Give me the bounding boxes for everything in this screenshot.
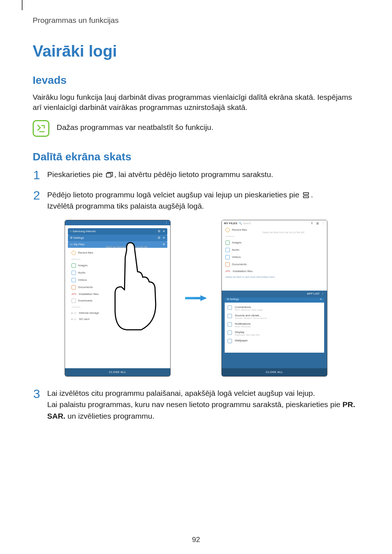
close-icon: ✕: [163, 230, 165, 233]
more-icon: ⋮: [165, 221, 168, 225]
note-text: Dažas programmas var neatbalstīt šo funk…: [57, 120, 213, 132]
list-item: Sounds and vibrati...Sounds, Vibration, …: [225, 312, 324, 321]
file-panel: Recent files ───── Images Audio Videos D…: [68, 248, 167, 331]
app-list-label: APP LIST: [307, 292, 320, 295]
list-item: Documents: [68, 284, 167, 291]
list-item: ▸ ▭Internal storage: [68, 310, 167, 316]
step-body: Pieskarieties pie , lai atvērtu pēdējo l…: [47, 169, 273, 180]
step-2: 2 Pēdējo lietoto programmu logā velciet …: [33, 189, 359, 212]
step-number: 3: [33, 387, 41, 400]
list-item: ▸ ▭SD card: [68, 316, 167, 322]
step-number: 2: [33, 189, 41, 201]
step-text: Lai palaistu programmas, kuru nav nesen …: [47, 400, 343, 409]
svg-rect-1: [303, 193, 309, 194]
document-page: Programmas un funkcijas Vairāki logi Iev…: [0, 0, 392, 554]
list-item: NotificationsAllow, Advanced: [225, 321, 324, 329]
list-item: DisplayBrightness, Blue light filter: [225, 329, 324, 337]
step-text: Izvēlētā programma tiks palaista augšējā…: [47, 202, 204, 210]
card-label: Settings: [73, 236, 84, 239]
hint-text: Select an item to see more information h…: [222, 274, 327, 280]
step-text: un izvēlieties programmu.: [65, 412, 154, 420]
close-icon: ✕: [163, 236, 165, 239]
list-item: Videos: [68, 276, 167, 284]
split-bottom-pane: APP LIST ⋮ ⚙ Settings ✕ ConnectionsWi-Fi…: [222, 291, 327, 376]
recent-card: ⚙ Settings ⊟✕: [68, 235, 167, 241]
card-label: My Files: [74, 243, 85, 246]
step-text: Pēdējo lietoto programmu logā velciet au…: [47, 190, 299, 199]
section-heading-intro: Ievads: [33, 74, 359, 86]
page-tab-mark: [22, 0, 23, 10]
recent-card: ○ Samsung Internet ⊟✕: [68, 228, 167, 235]
close-icon: ✕: [320, 298, 322, 301]
empty-placeholder: Select an item from the list on the left: [262, 231, 324, 234]
list-item: APKInstallation files: [222, 268, 327, 274]
svg-rect-2: [303, 196, 309, 198]
list-item: ConnectionsWi-Fi, Bluetooth, Data usage: [225, 304, 324, 312]
page-number: 92: [0, 535, 392, 544]
list-item: Videos: [222, 254, 327, 261]
page-title: Vairāki logi: [33, 42, 359, 60]
step-1: 1 Pieskarieties pie , lai atvērtu pēdējo…: [33, 169, 359, 181]
card-stack: ○ Samsung Internet ⊟✕ ⚙ Settings ⊟✕ ▭ My…: [65, 225, 170, 331]
more-icon: ⋮: [321, 292, 324, 295]
close-all-button: CLOSE ALL: [222, 368, 327, 376]
section-heading-split: Dalītā ekrāna skats: [33, 151, 359, 163]
steps-list-continued: 3 Lai izvēlētos citu programmu palaišana…: [33, 387, 359, 422]
search-placeholder: 🔍 Search: [239, 222, 251, 225]
share-icon: ⬆: [311, 222, 313, 225]
tablet-mock-left: ⋮ ○ Samsung Internet ⊟✕ ⚙ Settings ⊟✕ ▭ …: [65, 220, 171, 377]
intro-body: Vairāku logu funkcija ļauj darbināt diva…: [33, 92, 359, 113]
step-text: , lai atvērtu pēdējo lietoto programmu s…: [114, 170, 273, 178]
step-3: 3 Lai izvēlētos citu programmu palaišana…: [33, 387, 359, 422]
list-item: APKInstallation files: [68, 291, 167, 297]
figure: ⋮ ○ Samsung Internet ⊟✕ ⚙ Settings ⊟✕ ▭ …: [33, 220, 359, 377]
svg-rect-0: [106, 173, 111, 177]
card-label: Samsung Internet: [73, 230, 95, 233]
breadcrumb: Programmas un funkcijas: [33, 16, 359, 25]
grid-icon: ▦: [316, 222, 319, 225]
tablet-mock-right: MY FILES 🔍 Search ⬆▦⋮ Recent files ─────…: [221, 220, 327, 377]
empty-placeholder: Select an item from the list on the left: [106, 246, 167, 248]
step-body: Pēdējo lietoto programmu logā velciet au…: [47, 189, 313, 212]
recent-card: ⚙ Settings ✕: [225, 297, 324, 303]
pane-title: MY FILES: [224, 222, 237, 225]
list-item: Downloads: [68, 297, 167, 304]
status-bar: ⋮: [65, 220, 170, 225]
step-number: 1: [33, 169, 41, 181]
split-screen-icon: ⊟: [158, 236, 160, 239]
step-body: Lai izvēlētos citu programmu palaišanai,…: [47, 387, 359, 422]
list-divider: ─────: [68, 257, 167, 262]
split-top-pane: MY FILES 🔍 Search ⬆▦⋮ Recent files ─────…: [222, 220, 327, 286]
list-item: Audio: [222, 246, 327, 254]
steps-list: 1 Pieskarieties pie , lai atvērtu pēdējo…: [33, 169, 359, 212]
split-screen-icon: [302, 192, 310, 198]
list-item: Images: [68, 262, 167, 269]
list-item: Audio: [68, 269, 167, 276]
note-icon: [33, 120, 49, 137]
step-text: Lai izvēlētos citu programmu palaišanai,…: [47, 389, 315, 397]
list-divider: ─────: [68, 304, 167, 310]
note-row: Dažas programmas var neatbalstīt šo funk…: [33, 120, 359, 137]
list-item: Documents: [222, 261, 327, 268]
step-text: .: [311, 190, 313, 199]
list-item: Recent files: [68, 249, 167, 257]
list-item: Images: [222, 239, 327, 246]
step-text: Pieskarieties pie: [47, 170, 103, 178]
recent-apps-icon: [106, 172, 114, 178]
close-all-button: CLOSE ALL: [65, 368, 170, 376]
settings-list: ConnectionsWi-Fi, Bluetooth, Data usage …: [225, 303, 324, 353]
list-divider: ─────: [222, 234, 327, 239]
list-item: Wallpaper: [225, 337, 324, 345]
arrow-right-icon: [185, 295, 207, 301]
split-screen-icon: ⊟: [158, 230, 160, 233]
more-icon: ⋮: [322, 222, 325, 225]
